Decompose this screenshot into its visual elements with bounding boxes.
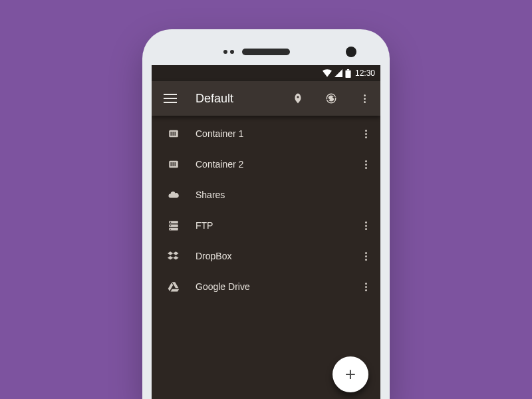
more-vert-icon <box>365 252 367 261</box>
wifi-icon <box>323 69 332 77</box>
menu-button[interactable] <box>160 88 181 109</box>
phone-screen: 12:30 Default Contain <box>152 65 380 399</box>
item-overflow-button[interactable] <box>358 160 374 169</box>
list-item[interactable]: DropBox <box>152 241 380 271</box>
phone-speaker-row <box>152 39 380 65</box>
svg-rect-0 <box>345 70 350 77</box>
list-item-label: Container 2 <box>196 159 343 170</box>
item-overflow-button[interactable] <box>358 221 374 230</box>
sync-button[interactable] <box>321 88 342 109</box>
gdrive-icon <box>166 281 181 293</box>
rocket-icon <box>292 92 304 104</box>
item-overflow-button[interactable] <box>358 252 374 261</box>
status-clock: 12:30 <box>355 68 375 78</box>
item-overflow-button[interactable] <box>358 130 374 138</box>
server-icon <box>166 219 181 231</box>
sync-icon <box>325 92 337 104</box>
item-overflow-button[interactable] <box>358 283 374 291</box>
dropbox-icon <box>166 250 181 262</box>
app-bar: Default <box>152 81 380 116</box>
list-item-label: Shares <box>196 190 343 200</box>
hamburger-icon <box>164 94 177 103</box>
list-item[interactable]: Container 2 <box>152 149 380 180</box>
more-vert-icon <box>364 94 366 103</box>
overflow-button[interactable] <box>354 88 375 109</box>
earpiece <box>242 49 290 55</box>
appbar-title: Default <box>196 92 275 106</box>
status-bar: 12:30 <box>152 65 380 81</box>
storage-list: Container 1Container 2SharesFTPDropBoxGo… <box>152 116 380 302</box>
front-camera <box>346 47 356 57</box>
list-item-label: Container 1 <box>196 128 343 139</box>
list-item[interactable]: Container 1 <box>152 118 380 149</box>
phone-frame: 12:30 Default Contain <box>142 29 390 399</box>
more-vert-icon <box>365 221 367 230</box>
list-item[interactable]: Google Drive <box>152 271 380 302</box>
battery-icon <box>345 69 351 78</box>
container-icon <box>166 128 181 140</box>
more-vert-icon <box>365 130 367 138</box>
svg-rect-1 <box>347 69 349 70</box>
list-item[interactable]: FTP <box>152 210 380 241</box>
cell-signal-icon <box>334 69 342 77</box>
plus-icon: + <box>345 364 356 385</box>
list-item[interactable]: Shares <box>152 180 380 210</box>
proximity-sensors <box>223 50 234 54</box>
add-fab[interactable]: + <box>332 356 368 392</box>
rocket-button[interactable] <box>287 88 309 109</box>
more-vert-icon <box>365 283 367 291</box>
list-item-label: DropBox <box>196 251 343 261</box>
list-item-label: Google Drive <box>196 281 343 292</box>
more-vert-icon <box>365 160 367 169</box>
list-item-label: FTP <box>196 220 343 231</box>
container-icon <box>166 158 181 170</box>
cloud-icon <box>166 189 181 201</box>
